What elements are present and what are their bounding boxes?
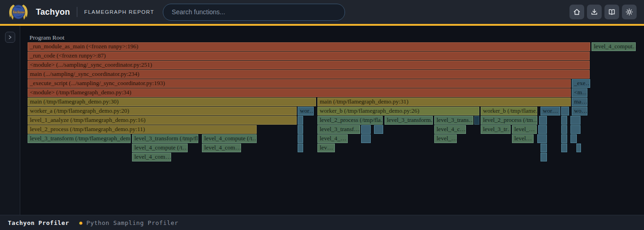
flame-bar[interactable]: [474, 116, 479, 125]
flame-bar[interactable]: wor…: [298, 107, 314, 115]
flame-bar[interactable]: worker_b (/tmp/flamegraph_demo.py:26): [317, 107, 479, 115]
flame-bar[interactable]: [570, 134, 577, 143]
flame-bar[interactable]: main (/tmp/flamegraph_demo.py:30): [28, 98, 316, 106]
flame-bar[interactable]: main (.../sampling/_sync_coordinator.py:…: [28, 70, 590, 79]
flame-bar[interactable]: level_4_compute (/t…: [132, 144, 188, 152]
flame-bar[interactable]: ma…: [572, 98, 587, 106]
flame-bar[interactable]: [576, 144, 581, 152]
flame-bar[interactable]: [539, 116, 547, 125]
flame-bar[interactable]: [374, 125, 383, 134]
program-root-frame[interactable]: Program Root: [29, 34, 64, 41]
flame-bar[interactable]: level_4_…: [317, 134, 348, 143]
flame-bar[interactable]: level_3_transform (/tmp/flamegraph_dem…: [28, 134, 131, 143]
flame-bar[interactable]: <m…: [572, 88, 587, 97]
flame-bar[interactable]: <module> (.../sampling/_sync_coordinator…: [28, 61, 590, 69]
sidebar: [0, 26, 20, 215]
flame-bar[interactable]: wor…: [540, 107, 560, 115]
docs-button[interactable]: [604, 5, 619, 19]
flame-bar[interactable]: level_3_transform (/tmp/fl…: [132, 134, 198, 143]
home-icon: [573, 8, 581, 16]
flame-bar[interactable]: [561, 144, 567, 152]
flame-bar[interactable]: _run_module_as_main (<frozen runpy>:196): [28, 42, 590, 51]
flame-bar[interactable]: level_…: [434, 134, 457, 143]
flamegraph-layer: Program Root _run_module_as_main (<froze…: [0, 0, 644, 230]
flame-bar[interactable]: <module> (/tmp/flamegraph_demo.py:34): [28, 88, 571, 97]
download-button[interactable]: [587, 5, 602, 19]
flame-bar[interactable]: worker_a (/tmp/flamegraph_demo.py:20): [28, 107, 297, 115]
flame-bar[interactable]: [561, 116, 567, 125]
search-input[interactable]: [163, 4, 345, 21]
flame-bar[interactable]: level_2_process (/tm…: [481, 116, 537, 125]
flame-bar[interactable]: level_1_analyze (/tmp/flamegraph_demo.py…: [28, 116, 297, 125]
flame-bar[interactable]: [570, 125, 581, 134]
flame-bar[interactable]: _run_code (<frozen runpy>:87): [28, 52, 590, 60]
flame-bar[interactable]: [298, 144, 303, 152]
status-dot-icon: ●: [79, 220, 82, 226]
flame-bar[interactable]: [298, 116, 303, 125]
header-actions: [569, 5, 637, 19]
flame-bar[interactable]: level_4_compute (/t…: [202, 134, 257, 143]
flame-bar[interactable]: [298, 134, 303, 143]
header-bar: Tachyon Tachyon FLAMEGRAPH REPORT: [0, 0, 644, 26]
flame-bar[interactable]: level_4_c…: [434, 125, 466, 134]
status-bar: Tachyon Profiler ● Python Sampling Profi…: [0, 215, 644, 230]
flame-bar[interactable]: [298, 125, 303, 134]
flame-bar[interactable]: level…: [512, 134, 534, 143]
flame-bar[interactable]: [561, 107, 569, 115]
flame-bar[interactable]: level_3_trans…: [434, 116, 473, 125]
app-title: Tachyon: [36, 7, 70, 17]
flame-bar[interactable]: [538, 125, 547, 134]
app-window: Program Root _run_module_as_main (<froze…: [0, 0, 644, 230]
brightness-icon: [625, 8, 633, 16]
report-type-label: FLAMEGRAPH REPORT: [84, 9, 154, 15]
flame-bar[interactable]: [561, 134, 567, 143]
flame-bar[interactable]: main (/tmp/flamegraph_demo.py:31): [317, 98, 571, 106]
flame-bar[interactable]: worker_b (/tmp/flame…: [481, 107, 537, 115]
theme-button[interactable]: [622, 5, 637, 19]
flame-bar[interactable]: [537, 134, 547, 143]
flame-bar[interactable]: wo…: [572, 107, 587, 115]
sidebar-toggle-button[interactable]: [5, 32, 15, 43]
status-profiler-info: Python Sampling Profiler: [86, 219, 178, 226]
flame-bar[interactable]: level_4_com…: [132, 153, 171, 161]
flame-bar[interactable]: [561, 125, 567, 134]
flame-bar[interactable]: [361, 134, 371, 143]
flame-bar[interactable]: level_2_process (/tmp/flamegraph_demo.py…: [28, 125, 257, 134]
book-icon: [608, 8, 616, 16]
flame-bar[interactable]: [361, 125, 371, 134]
flame-bar[interactable]: _exe…: [572, 79, 590, 88]
tachyon-logo-icon: Tachyon: [7, 1, 29, 23]
flame-bar[interactable]: level_4_com…: [202, 144, 241, 152]
flame-bar[interactable]: level_3_transform…: [385, 116, 433, 125]
svg-text:Tachyon: Tachyon: [12, 10, 24, 14]
header-divider: [77, 7, 77, 17]
chevron-right-icon: [7, 34, 13, 40]
flame-bar[interactable]: level_3_tr…: [481, 125, 511, 134]
flame-bar[interactable]: [540, 153, 547, 161]
flame-bar[interactable]: level_4_comput…: [592, 42, 636, 51]
flame-bar[interactable]: level_3_transf…: [317, 125, 360, 134]
flame-bar[interactable]: _execute_script (.../sampling/_sync_coor…: [28, 79, 571, 88]
flame-bar[interactable]: level_2_process (/tmp/fla…: [317, 116, 383, 125]
flame-bar[interactable]: lev…: [317, 144, 335, 152]
download-icon: [590, 8, 598, 16]
flame-bar[interactable]: [540, 144, 547, 152]
home-button[interactable]: [569, 5, 584, 19]
status-app-name: Tachyon Profiler: [8, 219, 69, 226]
flame-bar[interactable]: [570, 116, 581, 125]
flame-bar[interactable]: level_…: [512, 125, 537, 134]
